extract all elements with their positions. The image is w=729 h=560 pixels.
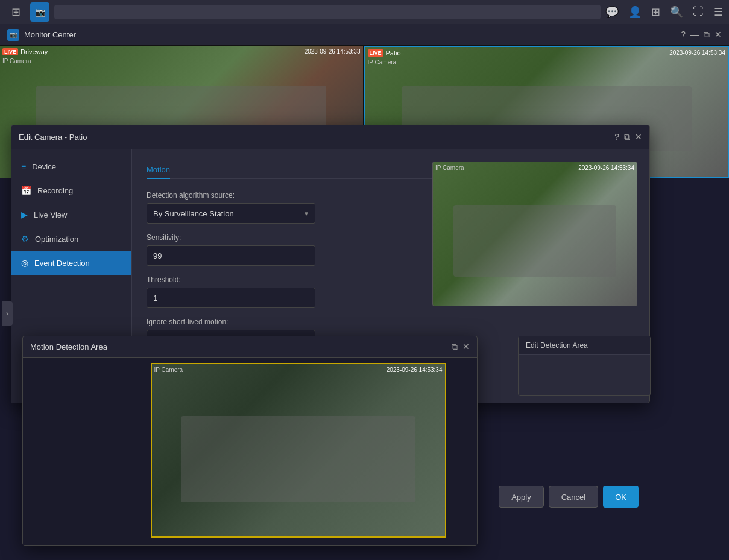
event-detection-icon: ◎ [21,258,28,268]
driveway-live-badge: LIVE [2,48,18,55]
device-icon: ≡ [21,162,26,171]
preview-label: IP Camera [435,165,464,171]
patio-live-badge: LIVE [368,49,383,57]
sidebar-item-event-detection[interactable]: ◎ Event Detection [11,251,131,275]
close-button[interactable]: ✕ [715,30,722,40]
app-icon[interactable]: 📷 [30,2,49,22]
sidebar-item-optimization[interactable]: ⚙ Optimization [11,227,131,251]
motion-close-button[interactable]: ✕ [462,342,470,352]
motion-camera-label: IP Camera [154,367,183,373]
preview-timestamp: 2023-09-26 14:53:34 [578,165,634,171]
sidebar-label-event-detection: Event Detection [34,259,90,268]
motion-camera-view: IP Camera 2023-09-26 14:53:34 [151,363,446,538]
patio-label: LIVE Patio [368,49,401,57]
sidebar-label-recording: Recording [37,186,73,195]
motion-dialog-title: Motion Detection Area [30,342,452,351]
live-view-icon: ▶ [21,210,28,219]
title-bar: 📷 Monitor Center ? — ⧉ ✕ [0,24,729,46]
dialog-close-button[interactable]: ✕ [635,132,642,142]
apply-button[interactable]: Apply [499,486,544,508]
sidebar-item-live-view[interactable]: ▶ Live View [11,203,131,227]
window-title: Monitor Center [24,30,676,39]
tab-motion[interactable]: Motion [147,162,170,179]
driveway-timestamp: 2023-09-26 14:53:33 [305,48,361,55]
dialog-maximize-button[interactable]: ⧉ [624,132,630,142]
detection-algorithm-wrapper: By Surveillance Station ▼ [147,203,315,224]
motion-dialog-body: IP Camera 2023-09-26 14:53:34 [23,358,477,545]
motion-detection-dialog: Motion Detection Area ⧉ ✕ IP Camera 2023… [22,336,478,546]
sidebar-label-device: Device [32,162,56,171]
top-bar-actions: 💬 👤 ⊞ 🔍 ⛶ ☰ [605,5,723,19]
ok-button[interactable]: OK [603,486,639,508]
action-buttons: Apply Cancel OK [499,486,639,508]
motion-camera-timestamp: 2023-09-26 14:53:34 [387,367,443,373]
driveway-type: IP Camera [2,58,31,64]
optimization-icon: ⚙ [21,234,29,244]
sidebar-label-live-view: Live View [34,210,67,219]
help-button[interactable]: ? [681,30,686,40]
patio-type: IP Camera [368,59,397,66]
search-input[interactable] [54,5,601,19]
chat-icon[interactable]: 💬 [605,5,619,19]
edit-detection-header: Edit Detection Area [519,336,650,355]
motion-dialog-header: Motion Detection Area ⧉ ✕ [23,336,477,358]
layout-icon[interactable]: ⊞ [651,5,660,19]
sidebar-item-recording[interactable]: 📅 Recording [11,178,131,203]
search-icon[interactable]: 🔍 [670,5,683,19]
sidebar-item-device[interactable]: ≡ Device [11,154,131,178]
motion-maximize-button[interactable]: ⧉ [452,342,458,352]
driveway-label: LIVE Driveway [2,48,48,55]
monitor-center-icon: 📷 [7,29,19,41]
minimize-button[interactable]: — [690,30,699,40]
edit-dialog-header: Edit Camera - Patio ? ⧉ ✕ [11,125,649,149]
ignore-motion-label: Ignore short-lived motion: [147,318,635,326]
menu-icon[interactable]: ☰ [713,5,723,19]
cancel-button[interactable]: Cancel [549,486,598,508]
driveway-name: Driveway [21,48,48,55]
sensitivity-input[interactable] [147,245,315,266]
title-bar-controls: ? — ⧉ ✕ [681,30,722,40]
edit-detection-panel: Edit Detection Area [518,336,651,396]
user-icon[interactable]: 👤 [628,5,642,19]
recording-icon: 📅 [21,186,31,195]
threshold-input[interactable] [147,288,315,308]
dialog-help-button[interactable]: ? [614,132,619,142]
patio-name: Patio [386,49,401,57]
sidebar-label-optimization: Optimization [35,234,78,244]
detection-algorithm-select[interactable]: By Surveillance Station [147,203,315,224]
maximize-button[interactable]: ⧉ [704,30,710,40]
expand-arrow[interactable]: › [2,301,13,326]
fullscreen-icon[interactable]: ⛶ [693,5,704,18]
motion-dialog-controls: ⧉ ✕ [452,342,470,352]
dialog-camera-preview: IP Camera 2023-09-26 14:53:34 [432,162,637,306]
edit-dialog-controls: ? ⧉ ✕ [614,132,642,142]
system-top-bar: ⊞ 📷 💬 👤 ⊞ 🔍 ⛶ ☰ [0,0,729,24]
grid-icon[interactable]: ⊞ [6,2,25,22]
edit-dialog-title: Edit Camera - Patio [19,133,614,142]
patio-timestamp: 2023-09-26 14:53:34 [669,49,725,56]
